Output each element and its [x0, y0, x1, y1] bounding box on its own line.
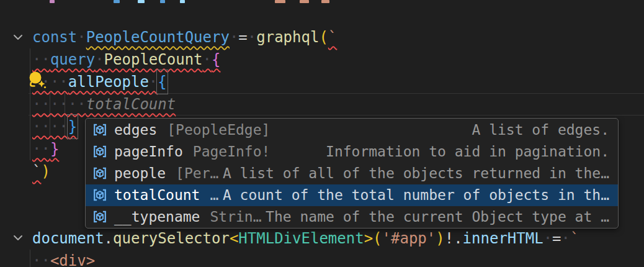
suggest-list: edges[PeopleEdge]A list of edges.pageInf…	[86, 119, 618, 228]
suggestion-detail: [PeopleEdge]	[167, 122, 270, 138]
suggestion-description: A list of all of the objects returned in…	[223, 165, 609, 181]
line-allpeople[interactable]: ····allPeople·{	[32, 71, 337, 93]
line-totalcount[interactable]: ······totalCount	[32, 93, 337, 115]
suggestion-item[interactable]: people[Per…A list of all of the objects …	[86, 162, 618, 184]
code-token: ·	[230, 26, 238, 48]
code-token: ·	[77, 26, 86, 48]
line-queryselector[interactable]: document.querySelector<HTMLDivElement>('…	[32, 227, 579, 250]
code-token: totalCount	[86, 93, 176, 115]
line-div-tag[interactable]: ··<div>	[32, 250, 579, 267]
graphql-field-icon	[91, 187, 109, 203]
code-token: ·	[561, 227, 570, 250]
code-token: )	[41, 160, 50, 183]
suggestion-detail: …	[210, 187, 218, 203]
code-token: .	[454, 227, 462, 250]
code-token: document	[32, 227, 104, 250]
indent-guide	[30, 250, 30, 267]
clipped-token-fragment	[160, 0, 165, 3]
clipped-token-fragment	[114, 0, 120, 3]
suggestion-detail: [Per…	[176, 165, 218, 181]
code-token: <	[230, 227, 238, 250]
editor-content[interactable]: document.querySelector<HTMLDivElement>('…	[32, 227, 579, 267]
code-token: ·	[543, 227, 552, 250]
clipped-top-line	[0, 0, 644, 4]
suggestion-item-selected[interactable]: totalCount…A count of the total number o…	[86, 184, 618, 206]
code-token: ·	[248, 26, 256, 48]
clipped-token-fragment	[321, 0, 329, 3]
code-token: <div>	[50, 250, 95, 267]
suggestion-label: edges	[114, 122, 157, 138]
code-token: PeopleCount	[104, 48, 203, 71]
suggestion-description: A list of edges.	[472, 122, 609, 138]
code-token: !	[445, 227, 454, 250]
graphql-field-icon	[91, 165, 109, 181]
quick-fix-lightbulb-icon[interactable]	[27, 70, 48, 91]
code-token: '#app'	[382, 227, 436, 250]
clipped-token-fragment	[275, 0, 285, 3]
code-token: }	[68, 115, 77, 138]
suggestion-description: Information to aid in pagination.	[326, 143, 609, 160]
code-token: ··	[32, 48, 50, 71]
code-token: PeopleCountQuery	[86, 26, 230, 48]
code-token: (	[373, 227, 382, 250]
code-token: `	[328, 26, 337, 48]
suggestion-detail: Strin…	[210, 209, 261, 225]
code-token: ··	[32, 138, 50, 160]
clipped-token-fragment	[138, 0, 145, 3]
code-token: ·	[149, 71, 158, 93]
line-const[interactable]: const·PeopleCountQuery·=·graphql(`	[32, 26, 337, 48]
code-editor: const·PeopleCountQuery·=·graphql(`··quer…	[0, 0, 644, 267]
code-token: =	[238, 26, 247, 48]
suggestion-label: totalCount	[114, 187, 200, 203]
code-token: `	[32, 160, 41, 183]
code-token: .	[104, 227, 113, 250]
code-token: =	[552, 227, 561, 250]
code-token: {	[158, 71, 166, 93]
fold-chevron-icon[interactable]	[12, 34, 24, 41]
suggestion-description: The name of the current Object type at …	[266, 209, 609, 225]
code-token: `	[570, 227, 579, 250]
code-token: HTMLDivElement	[238, 227, 364, 250]
code-token: query	[50, 48, 95, 71]
suggestion-description: A count of the total number of objects i…	[223, 187, 609, 203]
code-token: const	[32, 26, 77, 48]
graphql-field-icon	[91, 143, 109, 160]
clipped-token-fragment	[180, 0, 185, 3]
code-token: ····	[32, 115, 68, 138]
code-token: }	[50, 138, 59, 160]
suggestion-label: __typename	[114, 209, 200, 225]
code-token: >	[364, 227, 373, 250]
suggestion-item[interactable]: pageInfoPageInfo!Information to aid in p…	[86, 140, 618, 162]
code-token: {	[212, 48, 220, 71]
code-token: ··	[32, 250, 50, 267]
code-token: innerHTML	[463, 227, 543, 250]
code-token: (	[319, 26, 328, 48]
code-token: querySelector	[113, 227, 230, 250]
code-token: graphql	[256, 26, 319, 48]
code-token: ······	[32, 93, 86, 115]
suggestion-label: pageInfo	[114, 143, 183, 160]
code-token: )	[436, 227, 444, 250]
clipped-token-fragment	[50, 0, 55, 3]
code-token: ·	[95, 48, 104, 71]
code-token: allPeople	[68, 71, 149, 93]
fold-chevron-icon[interactable]	[12, 234, 24, 242]
suggestion-item[interactable]: edges[PeopleEdge]A list of edges.	[86, 119, 618, 140]
code-token: ·	[203, 48, 212, 71]
graphql-field-icon	[91, 122, 109, 138]
clipped-token-fragment	[300, 0, 309, 3]
line-query[interactable]: ··query·PeopleCount·{	[32, 48, 337, 71]
suggest-widget: edges[PeopleEdge]A list of edges.pageInf…	[85, 118, 619, 229]
suggestion-detail: PageInfo!	[193, 143, 271, 160]
graphql-field-icon	[91, 209, 109, 225]
suggestion-label: people	[114, 165, 166, 181]
suggestion-item[interactable]: __typenameStrin…The name of the current …	[86, 206, 618, 228]
